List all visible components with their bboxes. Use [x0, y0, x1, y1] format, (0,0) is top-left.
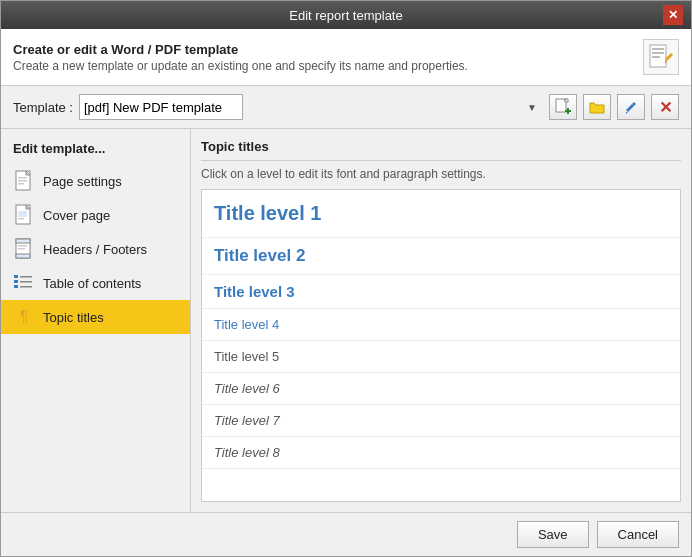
title-level-6[interactable]: Title level 6	[202, 373, 680, 405]
svg-rect-2	[652, 52, 664, 54]
sidebar-item-headers-footers[interactable]: Headers / Footers	[1, 232, 190, 266]
title-level-7[interactable]: Title level 7	[202, 405, 680, 437]
svg-rect-24	[20, 281, 32, 283]
dialog: Edit report template ✕ Create or edit a …	[0, 0, 692, 557]
svg-rect-15	[18, 218, 24, 220]
content-area: Topic titles Click on a level to edit it…	[191, 129, 691, 512]
title-level-3[interactable]: Title level 3	[202, 275, 680, 309]
template-select[interactable]: [pdf] New PDF template	[79, 94, 243, 120]
header-text: Create or edit a Word / PDF template Cre…	[13, 42, 468, 73]
svg-rect-18	[16, 254, 30, 258]
svg-rect-26	[20, 286, 32, 288]
add-template-button[interactable]	[549, 94, 577, 120]
svg-rect-14	[18, 211, 27, 217]
sidebar-item-page-settings[interactable]: Page settings	[1, 164, 190, 198]
table-of-contents-icon	[13, 272, 35, 294]
header-section: Create or edit a Word / PDF template Cre…	[1, 29, 691, 86]
close-button[interactable]: ✕	[663, 5, 683, 25]
footer-bar: Save Cancel	[1, 512, 691, 556]
svg-rect-19	[18, 245, 27, 247]
sidebar-item-table-of-contents[interactable]: Table of contents	[1, 266, 190, 300]
title-level-1[interactable]: Title level 1	[202, 190, 680, 238]
svg-rect-9	[18, 177, 27, 179]
sidebar-item-label: Page settings	[43, 174, 122, 189]
svg-rect-23	[14, 280, 18, 283]
svg-rect-22	[20, 276, 32, 278]
svg-rect-25	[14, 285, 18, 288]
title-level-4[interactable]: Title level 4	[202, 309, 680, 341]
svg-rect-1	[652, 48, 664, 50]
main-content: Edit template... Page settings	[1, 129, 691, 512]
title-level-5[interactable]: Title level 5	[202, 341, 680, 373]
svg-rect-10	[18, 180, 27, 182]
sidebar-item-label: Headers / Footers	[43, 242, 147, 257]
open-template-button[interactable]	[583, 94, 611, 120]
page-settings-icon	[13, 170, 35, 192]
sidebar-item-topic-titles[interactable]: ¶ Topic titles	[1, 300, 190, 334]
edit-template-icon	[643, 39, 679, 75]
delete-template-button[interactable]: ✕	[651, 94, 679, 120]
content-title: Topic titles	[201, 139, 681, 161]
template-select-wrapper: [pdf] New PDF template	[79, 94, 543, 120]
template-label: Template :	[13, 100, 73, 115]
svg-rect-21	[14, 275, 18, 278]
header-title: Create or edit a Word / PDF template	[13, 42, 468, 57]
sidebar-heading: Edit template...	[1, 137, 190, 164]
header-subtitle: Create a new template or update an exist…	[13, 59, 468, 73]
sidebar-item-label: Table of contents	[43, 276, 141, 291]
dialog-title: Edit report template	[29, 8, 663, 23]
edit-button[interactable]	[617, 94, 645, 120]
title-level-2[interactable]: Title level 2	[202, 238, 680, 275]
cover-page-icon	[13, 204, 35, 226]
titles-list[interactable]: Title level 1 Title level 2 Title level …	[201, 189, 681, 502]
template-bar: Template : [pdf] New PDF template	[1, 86, 691, 129]
title-level-8[interactable]: Title level 8	[202, 437, 680, 469]
sidebar-item-label: Topic titles	[43, 310, 104, 325]
svg-rect-20	[18, 248, 25, 250]
cancel-button[interactable]: Cancel	[597, 521, 679, 548]
sidebar-item-cover-page[interactable]: Cover page	[1, 198, 190, 232]
svg-rect-3	[652, 56, 660, 58]
save-button[interactable]: Save	[517, 521, 589, 548]
svg-rect-17	[16, 239, 30, 243]
content-subtitle: Click on a level to edit its font and pa…	[201, 167, 681, 181]
svg-rect-11	[18, 183, 24, 185]
title-bar: Edit report template ✕	[1, 1, 691, 29]
headers-footers-icon	[13, 238, 35, 260]
topic-titles-icon: ¶	[13, 306, 35, 328]
sidebar-item-label: Cover page	[43, 208, 110, 223]
sidebar: Edit template... Page settings	[1, 129, 191, 512]
